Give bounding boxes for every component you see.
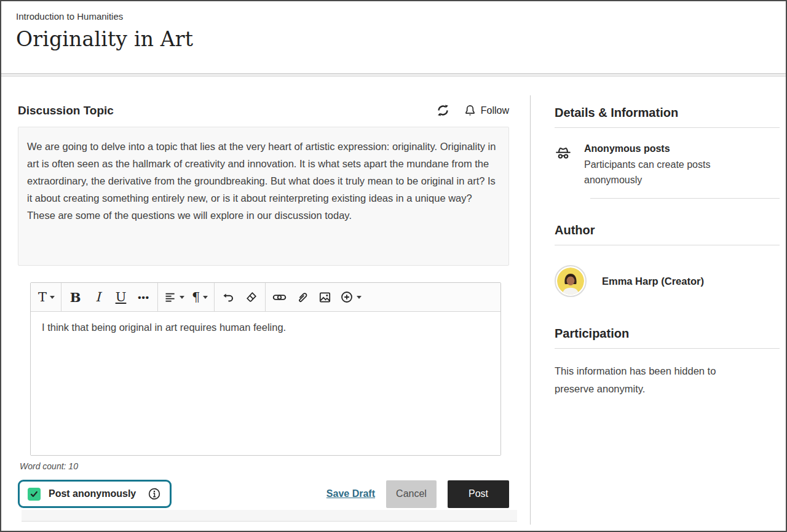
content-area: Discussion Topic: [1, 77, 786, 531]
insert-image-button[interactable]: [314, 283, 336, 311]
text-align-button[interactable]: [160, 283, 188, 311]
chevron-down-icon: [50, 296, 55, 299]
text-style-button[interactable]: T: [34, 283, 58, 311]
undo-icon: [222, 291, 235, 304]
toolbar-divider: [214, 283, 215, 311]
post-button[interactable]: Post: [448, 480, 509, 508]
page-header: Introduction to Humanities Originality i…: [1, 1, 786, 74]
checkmark-icon: [30, 490, 39, 499]
author-section-title: Author: [555, 223, 780, 237]
author-name: Emma Harp (Creator): [602, 276, 704, 287]
anonymous-posts-description: Participants can create posts anonymousl…: [584, 157, 737, 188]
paragraph-icon: ¶: [192, 291, 200, 304]
main-sidebar-divider: [530, 95, 531, 525]
toolbar-divider: [157, 283, 158, 311]
post-anonymously-checkbox[interactable]: [28, 488, 41, 501]
bold-icon: B: [70, 291, 81, 304]
toolbar-divider: [265, 283, 266, 311]
eraser-button[interactable]: [240, 283, 263, 311]
chevron-down-icon: [203, 296, 208, 299]
participation-text: This information has been hidden to pres…: [555, 362, 745, 398]
refresh-button[interactable]: [436, 103, 450, 117]
incognito-icon: [555, 145, 572, 188]
refresh-icon: [436, 103, 450, 117]
chevron-down-icon: [357, 296, 362, 299]
text-style-icon: T: [38, 291, 47, 304]
chevron-down-icon: [180, 296, 184, 299]
anonymous-posts-item: Anonymous posts Participants can create …: [555, 143, 780, 188]
paragraph-style-button[interactable]: ¶: [188, 283, 212, 311]
details-section-title: Details & Information: [555, 106, 780, 120]
more-formatting-icon: •••: [138, 292, 149, 303]
section-title: Discussion Topic: [18, 104, 114, 117]
bold-button[interactable]: B: [64, 283, 87, 311]
main-column: Discussion Topic: [1, 77, 531, 531]
item-divider: [590, 198, 780, 199]
rich-text-editor: T B I U ••• ¶: [30, 282, 501, 456]
image-icon: [318, 291, 331, 304]
info-icon[interactable]: [148, 487, 161, 501]
section-divider: [555, 348, 780, 349]
post-anonymously-label: Post anonymously: [49, 488, 136, 499]
page-title: Originality in Art: [16, 27, 771, 51]
breadcrumb: Introduction to Humanities: [16, 11, 771, 22]
insert-link-button[interactable]: [268, 283, 291, 311]
author-row: Emma Harp (Creator): [555, 265, 780, 297]
avatar: [555, 265, 587, 297]
cancel-button[interactable]: Cancel: [386, 480, 437, 508]
save-draft-link[interactable]: Save Draft: [326, 488, 375, 499]
underline-button[interactable]: U: [109, 283, 132, 311]
participation-section-title: Participation: [555, 327, 780, 341]
underline-icon: U: [116, 291, 127, 304]
paperclip-icon: [296, 291, 309, 304]
link-icon: [272, 290, 287, 304]
anonymous-posts-title: Anonymous posts: [584, 143, 737, 154]
post-anonymously-control[interactable]: Post anonymously: [18, 480, 172, 508]
section-divider: [555, 245, 780, 245]
attach-file-button[interactable]: [291, 283, 314, 311]
eraser-icon: [245, 291, 258, 303]
italic-icon: I: [95, 291, 100, 304]
word-count: Word count: 10: [20, 461, 509, 471]
undo-button[interactable]: [217, 283, 240, 311]
section-divider: [555, 127, 780, 128]
plus-circle-icon: [340, 290, 354, 304]
more-formatting-button[interactable]: •••: [132, 283, 155, 311]
italic-button[interactable]: I: [87, 283, 109, 311]
text-align-icon: [164, 291, 176, 303]
editor-toolbar: T B I U ••• ¶: [31, 283, 500, 312]
toolbar-divider: [61, 283, 61, 311]
editor-content[interactable]: I think that being original in art requi…: [31, 312, 500, 455]
discussion-topic-text: We are going to delve into a topic that …: [18, 127, 509, 266]
insert-content-button[interactable]: [336, 283, 365, 311]
details-sidebar: Details & Information Anonymous posts Pa…: [531, 77, 786, 531]
page: Introduction to Humanities Originality i…: [0, 0, 787, 532]
bell-icon: [464, 104, 477, 117]
follow-label: Follow: [481, 105, 509, 116]
follow-button[interactable]: Follow: [464, 104, 509, 117]
bottom-strip: [22, 510, 517, 522]
